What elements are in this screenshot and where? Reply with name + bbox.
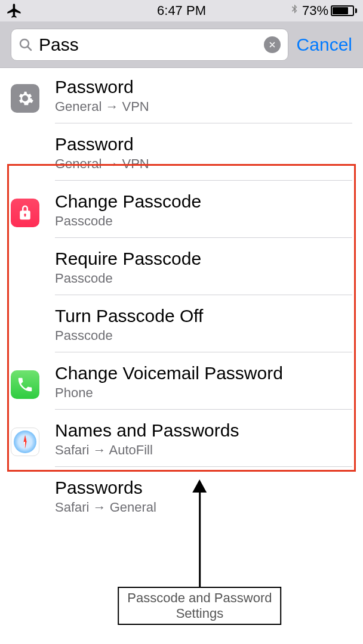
result-title: Password	[55, 76, 352, 98]
phone-icon	[11, 370, 39, 399]
result-text: Change PasscodePasscode	[55, 185, 352, 238]
result-title: Names and Passwords	[55, 420, 352, 441]
clear-icon	[268, 41, 276, 49]
result-text: Change Voicemail PasswordPhone	[55, 357, 352, 410]
annotation: Passcode and Password Settings	[118, 493, 282, 625]
result-path: General → VPN	[55, 156, 352, 172]
svg-marker-3	[25, 435, 27, 442]
result-icon-slot	[11, 424, 55, 456]
result-row[interactable]: Require PasscodePasscode	[0, 240, 363, 297]
search-icon	[19, 38, 33, 52]
search-header: Pass Cancel	[0, 21, 363, 68]
annotation-label: Passcode and Password Settings	[118, 587, 282, 625]
search-results: PasswordGeneral → VPNPasswordGeneral → V…	[0, 68, 363, 526]
result-title: Require Passcode	[55, 248, 352, 270]
safari-icon	[11, 428, 39, 456]
result-row[interactable]: PasswordGeneral → VPN	[0, 68, 363, 125]
result-icon-slot	[11, 324, 55, 327]
result-icon-slot	[11, 80, 55, 113]
result-path: Safari → AutoFill	[55, 442, 352, 458]
result-row[interactable]: Change Voicemail PasswordPhone	[0, 354, 363, 411]
gear-icon	[11, 84, 39, 113]
status-left	[6, 2, 23, 19]
status-right: 73%	[289, 2, 357, 20]
result-title: Turn Passcode Off	[55, 305, 352, 327]
svg-marker-4	[24, 442, 26, 448]
result-text: Turn Passcode OffPasscode	[55, 299, 352, 352]
bluetooth-icon	[289, 2, 300, 20]
result-path: Passcode	[55, 328, 352, 343]
cancel-button[interactable]: Cancel	[297, 35, 352, 55]
airplane-icon	[6, 2, 23, 19]
result-icon-slot	[11, 367, 55, 399]
result-row[interactable]: Names and PasswordsSafari → AutoFill	[0, 411, 363, 469]
result-row[interactable]: Turn Passcode OffPasscode	[0, 297, 363, 354]
result-icon-slot	[11, 152, 55, 156]
clear-search-button[interactable]	[264, 36, 281, 53]
result-text: Names and PasswordsSafari → AutoFill	[55, 414, 352, 467]
result-path: Passcode	[55, 213, 352, 229]
result-text: PasswordGeneral → VPN	[55, 128, 352, 181]
annotation-arrow	[199, 493, 201, 587]
result-text: Require PasscodePasscode	[55, 242, 352, 295]
search-input-text: Pass	[39, 35, 264, 55]
result-title: Change Passcode	[55, 191, 352, 212]
result-title: Password	[55, 134, 352, 155]
lock-icon	[11, 199, 39, 227]
result-icon-slot	[11, 496, 55, 499]
result-icon-slot	[11, 267, 55, 270]
result-path: Phone	[55, 385, 352, 401]
svg-line-1	[27, 47, 31, 50]
result-row[interactable]: Change PasscodePasscode	[0, 182, 363, 240]
battery-percent: 73%	[302, 3, 328, 18]
search-field[interactable]: Pass	[11, 29, 288, 61]
result-text: PasswordGeneral → VPN	[55, 70, 352, 123]
result-row[interactable]: PasswordGeneral → VPN	[0, 125, 363, 182]
result-path: General → VPN	[55, 99, 352, 114]
status-time: 6:47 PM	[157, 3, 206, 18]
result-icon-slot	[11, 195, 55, 227]
result-title: Change Voicemail Password	[55, 363, 352, 384]
result-path: Passcode	[55, 271, 352, 286]
battery-icon	[331, 5, 357, 16]
status-bar: 6:47 PM 73%	[0, 0, 363, 21]
